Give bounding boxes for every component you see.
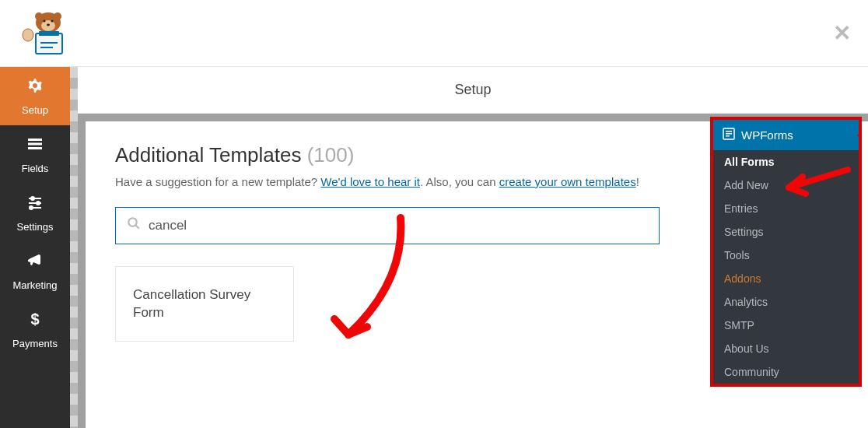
wp-menu-analytics[interactable]: Analytics [713, 290, 859, 314]
sidebar-label: Fields [22, 163, 49, 174]
wp-menu-all-forms[interactable]: All Forms [713, 150, 859, 174]
sidebar-item-marketing[interactable]: Marketing [0, 242, 70, 300]
panel-resize-grip[interactable] [70, 67, 78, 428]
sidebar-item-fields[interactable]: Fields [0, 125, 70, 184]
svg-text:$: $ [30, 310, 39, 328]
wp-menu-community[interactable]: Community [713, 360, 859, 384]
wp-menu-add-new[interactable]: Add New [713, 174, 859, 197]
svg-point-4 [43, 19, 45, 22]
form-icon [723, 128, 735, 142]
suggestion-suffix: ! [636, 175, 639, 188]
wp-menu-tools[interactable]: Tools [713, 244, 859, 267]
mascot-logo [17, 10, 72, 57]
svg-point-16 [31, 197, 34, 200]
sidebar-item-settings[interactable]: Settings [0, 184, 70, 242]
template-card-title: Cancellation Survey Form [133, 287, 250, 321]
dollar-icon: $ [26, 310, 44, 333]
suggestion-link-hear[interactable]: We'd love to hear it [320, 175, 420, 188]
svg-line-23 [135, 225, 139, 229]
bullhorn-icon [26, 251, 44, 275]
svg-point-5 [51, 19, 53, 22]
svg-point-1 [35, 12, 43, 20]
sidebar-label: Payments [12, 338, 58, 349]
svg-point-6 [47, 23, 50, 26]
wp-menu-addons[interactable]: Addons [713, 267, 859, 290]
page-title: Setup [78, 67, 868, 114]
svg-rect-14 [28, 147, 42, 149]
sidebar-item-payments[interactable]: $ Payments [0, 300, 70, 359]
suggestion-mid: . Also, you can [420, 175, 499, 188]
search-input[interactable] [149, 218, 648, 233]
wp-menu-settings[interactable]: Settings [713, 220, 859, 244]
template-card[interactable]: Cancellation Survey Form [115, 266, 294, 342]
wp-menu-entries[interactable]: Entries [713, 197, 859, 220]
wpforms-admin-menu: WPForms All Forms Add New Entries Settin… [710, 117, 862, 387]
template-search[interactable] [115, 207, 660, 244]
builder-sidebar: Setup Fields Settings Marketing $ Paymen… [0, 67, 70, 428]
top-bar: ✕ [0, 0, 868, 67]
sidebar-label: Settings [17, 221, 54, 233]
sidebar-label: Setup [22, 104, 48, 116]
svg-rect-12 [28, 139, 42, 141]
wp-menu-smtp[interactable]: SMTP [713, 314, 859, 337]
gear-icon [26, 76, 44, 100]
svg-rect-25 [726, 131, 732, 132]
sliders-icon [26, 193, 44, 216]
svg-point-18 [37, 202, 40, 205]
svg-point-2 [54, 12, 61, 20]
list-icon [26, 135, 44, 158]
wpforms-menu-label: WPForms [741, 128, 793, 142]
suggestion-prefix: Have a suggestion for a new template? [115, 175, 320, 188]
svg-rect-26 [726, 133, 732, 135]
svg-rect-27 [726, 135, 730, 137]
suggestion-link-create[interactable]: create your own templates [499, 175, 636, 188]
templates-heading-text: Additional Templates [115, 143, 301, 167]
sidebar-label: Marketing [12, 279, 57, 291]
wpforms-menu-header[interactable]: WPForms [713, 120, 859, 150]
sidebar-item-setup[interactable]: Setup [0, 67, 70, 125]
svg-point-20 [30, 206, 33, 209]
svg-rect-13 [28, 143, 42, 146]
svg-point-11 [23, 29, 33, 41]
close-icon[interactable]: ✕ [833, 20, 851, 46]
search-icon [127, 216, 141, 234]
templates-count: (100) [307, 143, 355, 167]
svg-rect-8 [39, 31, 59, 36]
wp-menu-about[interactable]: About Us [713, 337, 859, 360]
svg-point-22 [128, 218, 137, 226]
